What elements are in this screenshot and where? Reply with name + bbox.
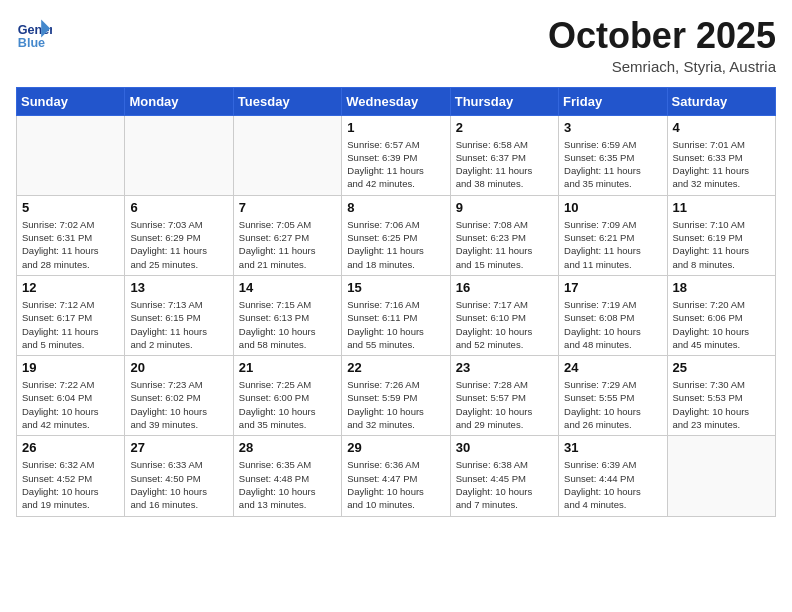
day-info: Sunrise: 6:58 AM Sunset: 6:37 PM Dayligh… xyxy=(456,138,553,191)
day-number: 24 xyxy=(564,360,661,375)
month-title: October 2025 xyxy=(548,16,776,56)
day-number: 16 xyxy=(456,280,553,295)
weekday-header-sunday: Sunday xyxy=(17,87,125,115)
calendar-cell: 3Sunrise: 6:59 AM Sunset: 6:35 PM Daylig… xyxy=(559,115,667,195)
calendar-cell: 7Sunrise: 7:05 AM Sunset: 6:27 PM Daylig… xyxy=(233,195,341,275)
day-number: 14 xyxy=(239,280,336,295)
calendar-cell: 24Sunrise: 7:29 AM Sunset: 5:55 PM Dayli… xyxy=(559,356,667,436)
calendar-cell: 25Sunrise: 7:30 AM Sunset: 5:53 PM Dayli… xyxy=(667,356,775,436)
day-info: Sunrise: 7:30 AM Sunset: 5:53 PM Dayligh… xyxy=(673,378,770,431)
day-number: 9 xyxy=(456,200,553,215)
day-number: 5 xyxy=(22,200,119,215)
location-subtitle: Semriach, Styria, Austria xyxy=(548,58,776,75)
day-info: Sunrise: 7:01 AM Sunset: 6:33 PM Dayligh… xyxy=(673,138,770,191)
day-info: Sunrise: 7:06 AM Sunset: 6:25 PM Dayligh… xyxy=(347,218,444,271)
day-number: 20 xyxy=(130,360,227,375)
day-info: Sunrise: 7:08 AM Sunset: 6:23 PM Dayligh… xyxy=(456,218,553,271)
calendar-cell: 22Sunrise: 7:26 AM Sunset: 5:59 PM Dayli… xyxy=(342,356,450,436)
svg-text:Blue: Blue xyxy=(18,36,45,50)
calendar-cell: 28Sunrise: 6:35 AM Sunset: 4:48 PM Dayli… xyxy=(233,436,341,516)
calendar-cell: 29Sunrise: 6:36 AM Sunset: 4:47 PM Dayli… xyxy=(342,436,450,516)
day-info: Sunrise: 7:22 AM Sunset: 6:04 PM Dayligh… xyxy=(22,378,119,431)
day-info: Sunrise: 7:16 AM Sunset: 6:11 PM Dayligh… xyxy=(347,298,444,351)
logo: General Blue xyxy=(16,16,52,52)
calendar-table: SundayMondayTuesdayWednesdayThursdayFrid… xyxy=(16,87,776,517)
weekday-header-tuesday: Tuesday xyxy=(233,87,341,115)
day-number: 6 xyxy=(130,200,227,215)
calendar-cell: 11Sunrise: 7:10 AM Sunset: 6:19 PM Dayli… xyxy=(667,195,775,275)
weekday-header-friday: Friday xyxy=(559,87,667,115)
calendar-cell: 10Sunrise: 7:09 AM Sunset: 6:21 PM Dayli… xyxy=(559,195,667,275)
day-number: 23 xyxy=(456,360,553,375)
calendar-cell: 17Sunrise: 7:19 AM Sunset: 6:08 PM Dayli… xyxy=(559,275,667,355)
weekday-header-monday: Monday xyxy=(125,87,233,115)
day-info: Sunrise: 7:19 AM Sunset: 6:08 PM Dayligh… xyxy=(564,298,661,351)
calendar-cell: 6Sunrise: 7:03 AM Sunset: 6:29 PM Daylig… xyxy=(125,195,233,275)
weekday-header-thursday: Thursday xyxy=(450,87,558,115)
day-info: Sunrise: 6:36 AM Sunset: 4:47 PM Dayligh… xyxy=(347,458,444,511)
calendar-week-5: 26Sunrise: 6:32 AM Sunset: 4:52 PM Dayli… xyxy=(17,436,776,516)
day-info: Sunrise: 7:28 AM Sunset: 5:57 PM Dayligh… xyxy=(456,378,553,431)
day-info: Sunrise: 6:35 AM Sunset: 4:48 PM Dayligh… xyxy=(239,458,336,511)
calendar-cell: 5Sunrise: 7:02 AM Sunset: 6:31 PM Daylig… xyxy=(17,195,125,275)
calendar-cell: 15Sunrise: 7:16 AM Sunset: 6:11 PM Dayli… xyxy=(342,275,450,355)
day-number: 18 xyxy=(673,280,770,295)
calendar-cell: 27Sunrise: 6:33 AM Sunset: 4:50 PM Dayli… xyxy=(125,436,233,516)
day-number: 2 xyxy=(456,120,553,135)
day-number: 12 xyxy=(22,280,119,295)
day-info: Sunrise: 7:12 AM Sunset: 6:17 PM Dayligh… xyxy=(22,298,119,351)
day-number: 28 xyxy=(239,440,336,455)
calendar-cell: 14Sunrise: 7:15 AM Sunset: 6:13 PM Dayli… xyxy=(233,275,341,355)
day-info: Sunrise: 7:29 AM Sunset: 5:55 PM Dayligh… xyxy=(564,378,661,431)
calendar-week-2: 5Sunrise: 7:02 AM Sunset: 6:31 PM Daylig… xyxy=(17,195,776,275)
day-info: Sunrise: 7:15 AM Sunset: 6:13 PM Dayligh… xyxy=(239,298,336,351)
day-number: 27 xyxy=(130,440,227,455)
calendar-cell: 20Sunrise: 7:23 AM Sunset: 6:02 PM Dayli… xyxy=(125,356,233,436)
day-info: Sunrise: 7:10 AM Sunset: 6:19 PM Dayligh… xyxy=(673,218,770,271)
day-info: Sunrise: 7:20 AM Sunset: 6:06 PM Dayligh… xyxy=(673,298,770,351)
day-number: 7 xyxy=(239,200,336,215)
calendar-cell: 31Sunrise: 6:39 AM Sunset: 4:44 PM Dayli… xyxy=(559,436,667,516)
day-info: Sunrise: 7:25 AM Sunset: 6:00 PM Dayligh… xyxy=(239,378,336,431)
calendar-cell xyxy=(125,115,233,195)
day-number: 30 xyxy=(456,440,553,455)
day-number: 4 xyxy=(673,120,770,135)
day-info: Sunrise: 6:33 AM Sunset: 4:50 PM Dayligh… xyxy=(130,458,227,511)
day-number: 19 xyxy=(22,360,119,375)
calendar-week-4: 19Sunrise: 7:22 AM Sunset: 6:04 PM Dayli… xyxy=(17,356,776,436)
day-number: 29 xyxy=(347,440,444,455)
day-info: Sunrise: 7:17 AM Sunset: 6:10 PM Dayligh… xyxy=(456,298,553,351)
calendar-cell: 13Sunrise: 7:13 AM Sunset: 6:15 PM Dayli… xyxy=(125,275,233,355)
day-info: Sunrise: 6:32 AM Sunset: 4:52 PM Dayligh… xyxy=(22,458,119,511)
calendar-cell: 9Sunrise: 7:08 AM Sunset: 6:23 PM Daylig… xyxy=(450,195,558,275)
day-info: Sunrise: 6:39 AM Sunset: 4:44 PM Dayligh… xyxy=(564,458,661,511)
day-info: Sunrise: 6:59 AM Sunset: 6:35 PM Dayligh… xyxy=(564,138,661,191)
day-info: Sunrise: 7:23 AM Sunset: 6:02 PM Dayligh… xyxy=(130,378,227,431)
day-info: Sunrise: 6:38 AM Sunset: 4:45 PM Dayligh… xyxy=(456,458,553,511)
calendar-cell: 23Sunrise: 7:28 AM Sunset: 5:57 PM Dayli… xyxy=(450,356,558,436)
day-number: 3 xyxy=(564,120,661,135)
day-number: 31 xyxy=(564,440,661,455)
day-info: Sunrise: 7:13 AM Sunset: 6:15 PM Dayligh… xyxy=(130,298,227,351)
day-number: 1 xyxy=(347,120,444,135)
calendar-week-1: 1Sunrise: 6:57 AM Sunset: 6:39 PM Daylig… xyxy=(17,115,776,195)
day-number: 21 xyxy=(239,360,336,375)
calendar-cell xyxy=(233,115,341,195)
day-info: Sunrise: 7:05 AM Sunset: 6:27 PM Dayligh… xyxy=(239,218,336,271)
calendar-cell: 30Sunrise: 6:38 AM Sunset: 4:45 PM Dayli… xyxy=(450,436,558,516)
calendar-cell xyxy=(17,115,125,195)
day-number: 15 xyxy=(347,280,444,295)
calendar-cell: 8Sunrise: 7:06 AM Sunset: 6:25 PM Daylig… xyxy=(342,195,450,275)
day-info: Sunrise: 7:02 AM Sunset: 6:31 PM Dayligh… xyxy=(22,218,119,271)
day-number: 11 xyxy=(673,200,770,215)
calendar-cell: 12Sunrise: 7:12 AM Sunset: 6:17 PM Dayli… xyxy=(17,275,125,355)
day-number: 22 xyxy=(347,360,444,375)
logo-icon: General Blue xyxy=(16,16,52,52)
weekday-header-wednesday: Wednesday xyxy=(342,87,450,115)
calendar-cell: 1Sunrise: 6:57 AM Sunset: 6:39 PM Daylig… xyxy=(342,115,450,195)
calendar-cell: 26Sunrise: 6:32 AM Sunset: 4:52 PM Dayli… xyxy=(17,436,125,516)
day-info: Sunrise: 6:57 AM Sunset: 6:39 PM Dayligh… xyxy=(347,138,444,191)
calendar-cell: 2Sunrise: 6:58 AM Sunset: 6:37 PM Daylig… xyxy=(450,115,558,195)
day-info: Sunrise: 7:09 AM Sunset: 6:21 PM Dayligh… xyxy=(564,218,661,271)
weekday-header-saturday: Saturday xyxy=(667,87,775,115)
